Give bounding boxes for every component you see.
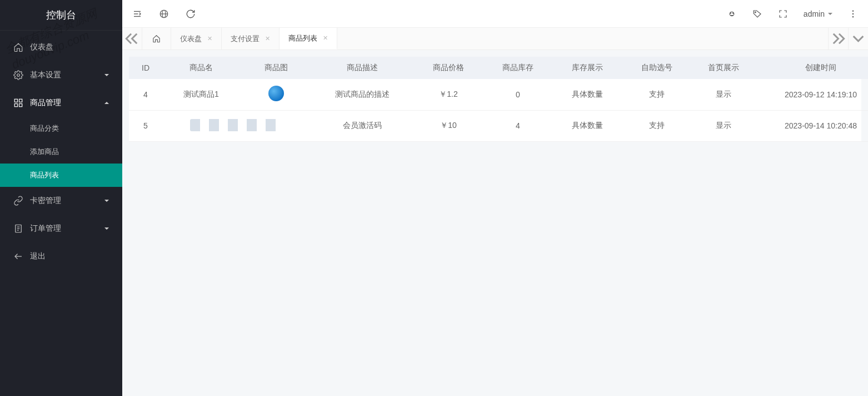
tabs-scroll-right[interactable] [828,28,848,50]
th-stockdisp: 库存展示 [551,57,623,79]
user-name: admin [804,9,825,18]
cell-price: ￥10 [412,110,485,141]
collapse-menu-icon[interactable] [132,9,142,19]
sidebar-item-dashboard[interactable]: 仪表盘 [0,33,122,61]
sidebar-item-label: 添加商品 [30,147,59,157]
th-created: 创建时间 [757,57,868,79]
grid-icon [13,98,23,108]
chevron-down-icon [104,74,109,78]
product-image-icon [268,86,284,101]
home-icon [13,42,23,52]
sidebar-item-label: 仪表盘 [30,42,53,52]
tab-label: 商品列表 [288,33,317,43]
sidebar-item-product-mgmt[interactable]: 商品管理 [0,89,122,117]
gear-icon [13,70,23,80]
sidebar-item-order-mgmt[interactable]: 订单管理 [0,215,122,242]
tab-label: 支付设置 [231,34,260,44]
cell-id: 4 [129,79,162,110]
cell-created: 2023-09-14 10:20:48 [757,110,868,141]
table-row: 4 测试商品1 测试商品的描述 ￥1.2 0 具体数量 支持 显示 2023-0… [129,79,868,110]
sidebar-item-basic-settings[interactable]: 基本设置 [0,61,122,89]
chevron-up-icon [104,100,109,104]
content: ID 商品名 商品图 商品描述 商品价格 商品库存 库存展示 自助选号 首页展示… [122,50,868,396]
tabsbar: 仪表盘 ✕ 支付设置 ✕ 商品列表 ✕ [122,28,868,50]
cell-created: 2023-09-12 14:19:10 [757,79,868,110]
svg-rect-2 [19,99,22,102]
th-desc: 商品描述 [312,57,412,79]
svg-rect-3 [14,104,17,107]
chevron-down-icon [104,227,109,232]
chevron-down-icon [104,200,109,204]
more-icon[interactable] [848,9,858,19]
main: admin 仪表盘 ✕ 支付设置 ✕ 商品列表 ✕ [122,0,868,396]
refresh-icon[interactable] [186,9,196,19]
th-homepage: 首页展示 [690,57,757,79]
svg-rect-1 [14,99,17,102]
sidebar-subitem-add-product[interactable]: 添加商品 [0,140,122,164]
cell-img [240,79,312,110]
sidebar: 控制台 仪表盘 基本设置 商品管理 商品分类 添加商品 商品列表 卡密管理 [0,0,122,396]
theme-icon[interactable] [727,9,737,19]
close-icon[interactable]: ✕ [323,34,328,42]
sidebar-item-logout[interactable]: 退出 [0,242,122,270]
cell-price: ￥1.2 [412,79,485,110]
sidebar-subitem-product-list[interactable]: 商品列表 [0,164,122,187]
tab-home[interactable] [142,28,171,50]
th-name: 商品名 [162,57,240,79]
svg-point-0 [17,74,20,77]
table-panel: ID 商品名 商品图 商品描述 商品价格 商品库存 库存展示 自助选号 首页展示… [129,57,861,142]
cell-stockdisp: 具体数量 [551,110,623,141]
fullscreen-icon[interactable] [778,9,788,19]
svg-point-17 [730,12,731,13]
svg-point-18 [732,12,734,13]
tag-icon[interactable] [752,9,762,19]
th-selfpick: 自助选号 [623,57,690,79]
cell-id: 5 [129,110,162,141]
tab-pay-settings[interactable]: 支付设置 ✕ [222,28,280,50]
product-image-blurred [190,119,285,131]
topbar: admin [122,0,868,28]
sidebar-item-label: 订单管理 [30,224,61,234]
tab-dashboard[interactable]: 仪表盘 ✕ [171,28,222,50]
svg-point-20 [852,10,854,11]
user-menu[interactable]: admin [804,9,832,18]
sidebar-item-label: 卡密管理 [30,196,61,206]
globe-icon[interactable] [159,9,169,19]
tab-product-list[interactable]: 商品列表 ✕ [280,28,337,50]
th-img: 商品图 [240,57,312,79]
cell-stock: 0 [485,79,551,110]
svg-rect-4 [19,104,22,107]
sidebar-item-label: 退出 [30,251,46,261]
th-id: ID [129,57,162,79]
close-icon[interactable]: ✕ [207,35,212,42]
cell-name: 测试商品1 [162,79,240,110]
sidebar-item-label: 商品分类 [30,123,59,133]
sidebar-item-card-mgmt[interactable]: 卡密管理 [0,187,122,215]
tabs-scroll-left[interactable] [122,28,142,50]
cell-homepage: 显示 [690,110,757,141]
product-table: ID 商品名 商品图 商品描述 商品价格 商品库存 库存展示 自助选号 首页展示… [129,57,868,142]
sidebar-item-label: 商品列表 [30,170,59,180]
chevron-down-icon [828,13,832,17]
svg-point-19 [755,12,756,13]
cell-desc: 会员激活码 [312,110,412,141]
close-icon[interactable]: ✕ [265,35,270,42]
sidebar-title: 控制台 [0,0,122,31]
tabs-menu[interactable] [848,28,868,50]
cell-homepage: 显示 [690,79,757,110]
sidebar-subitem-product-category[interactable]: 商品分类 [0,117,122,140]
home-icon [152,34,161,43]
th-stock: 商品库存 [485,57,551,79]
svg-point-21 [852,13,854,14]
table-header-row: ID 商品名 商品图 商品描述 商品价格 商品库存 库存展示 自助选号 首页展示… [129,57,868,79]
doc-icon [13,224,23,234]
sidebar-item-label: 基本设置 [30,70,61,80]
tab-label: 仪表盘 [180,34,202,44]
cell-selfpick: 支持 [623,79,690,110]
cell-selfpick: 支持 [623,110,690,141]
cell-name-img [162,110,312,141]
back-arrow-icon [13,251,23,261]
cell-desc: 测试商品的描述 [312,79,412,110]
cell-stockdisp: 具体数量 [551,79,623,110]
th-price: 商品价格 [412,57,485,79]
